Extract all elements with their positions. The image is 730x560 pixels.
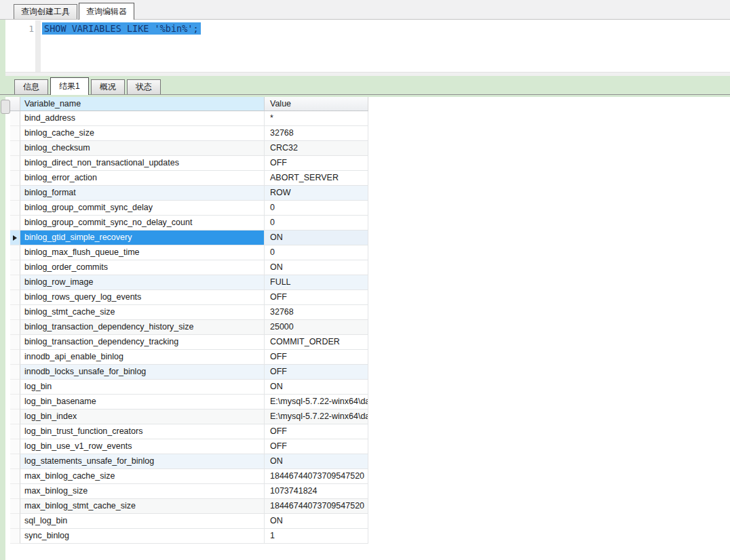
value-cell[interactable]: * <box>265 111 368 126</box>
table-row[interactable]: binlog_transaction_dependency_trackingCO… <box>5 335 368 350</box>
variable-name-cell[interactable]: bind_address <box>20 111 265 126</box>
editor-tab-0[interactable]: 查询创建工具 <box>14 4 77 19</box>
value-cell[interactable]: ON <box>265 380 368 395</box>
variable-name-cell[interactable]: sync_binlog <box>20 529 265 544</box>
table-row[interactable]: sync_binlog1 <box>5 529 368 544</box>
variable-name-cell[interactable]: binlog_checksum <box>20 141 265 156</box>
value-cell[interactable]: FULL <box>265 275 368 290</box>
value-cell[interactable]: 25000 <box>265 320 368 335</box>
row-selector-cell[interactable] <box>10 439 20 454</box>
row-selector-cell[interactable] <box>10 499 20 514</box>
variable-name-cell[interactable]: binlog_rows_query_log_events <box>20 290 265 305</box>
variable-name-cell[interactable]: log_bin_basename <box>20 395 265 409</box>
table-row[interactable]: max_binlog_size1073741824 <box>5 484 368 499</box>
table-row[interactable]: binlog_gtid_simple_recoveryON <box>5 231 368 245</box>
variable-name-cell[interactable]: binlog_max_flush_queue_time <box>20 245 265 260</box>
row-selector-cell[interactable] <box>10 245 20 260</box>
table-row[interactable]: binlog_group_commit_sync_no_delay_count0 <box>5 216 368 231</box>
variable-name-cell[interactable]: max_binlog_size <box>20 484 265 499</box>
table-row[interactable]: binlog_max_flush_queue_time0 <box>5 245 368 260</box>
value-cell[interactable]: ABORT_SERVER <box>265 171 368 186</box>
variable-name-cell[interactable]: max_binlog_cache_size <box>20 469 265 484</box>
table-row[interactable]: log_statements_unsafe_for_binlogON <box>5 454 368 469</box>
row-selector-cell[interactable] <box>10 141 20 156</box>
table-row[interactable]: binlog_order_commitsON <box>5 260 368 275</box>
value-cell[interactable]: 1 <box>265 529 368 544</box>
table-row[interactable]: log_bin_basenameE:\mysql-5.7.22-winx64\d… <box>5 395 368 409</box>
variable-name-cell[interactable]: sql_log_bin <box>20 514 265 529</box>
row-selector-cell[interactable] <box>10 201 20 216</box>
table-row[interactable]: innodb_locks_unsafe_for_binlogOFF <box>5 365 368 380</box>
variable-name-cell[interactable]: max_binlog_stmt_cache_size <box>20 499 265 514</box>
value-cell[interactable]: OFF <box>265 424 368 439</box>
value-cell[interactable]: ON <box>265 514 368 529</box>
variable-name-cell[interactable]: binlog_cache_size <box>20 126 265 141</box>
row-selector-cell[interactable] <box>10 350 20 365</box>
variable-name-cell[interactable]: binlog_transaction_dependency_tracking <box>20 335 265 350</box>
editor-tab-1[interactable]: 查询编辑器 <box>79 3 134 20</box>
row-selector-cell[interactable] <box>10 305 20 320</box>
row-selector-cell[interactable] <box>10 514 20 529</box>
value-cell[interactable]: 0 <box>265 201 368 216</box>
row-selector-cell[interactable] <box>10 529 20 544</box>
table-row[interactable]: binlog_transaction_dependency_history_si… <box>5 320 368 335</box>
variable-name-cell[interactable]: binlog_direct_non_transactional_updates <box>20 156 265 171</box>
variable-name-cell[interactable]: log_bin_index <box>20 409 265 424</box>
variable-name-cell[interactable]: binlog_order_commits <box>20 260 265 275</box>
table-row[interactable]: log_binON <box>5 380 368 395</box>
row-selector-cell[interactable] <box>10 380 20 395</box>
column-header-variable-name[interactable]: Variable_name <box>20 97 265 111</box>
variable-name-cell[interactable]: log_bin_use_v1_row_events <box>20 439 265 454</box>
row-selector-cell[interactable] <box>10 111 20 126</box>
row-selector-cell[interactable] <box>10 424 20 439</box>
row-selector-cell[interactable] <box>10 484 20 499</box>
table-row[interactable]: binlog_row_imageFULL <box>5 275 368 290</box>
row-selector-cell[interactable] <box>10 216 20 231</box>
value-cell[interactable]: ON <box>265 231 368 245</box>
table-row[interactable]: binlog_stmt_cache_size32768 <box>5 305 368 320</box>
column-header-value[interactable]: Value <box>265 97 368 111</box>
variable-name-cell[interactable]: binlog_group_commit_sync_delay <box>20 201 265 216</box>
sql-statement-selected[interactable]: SHOW VARIABLES LIKE '%bin%'; <box>42 22 201 35</box>
table-row[interactable]: sql_log_binON <box>5 514 368 529</box>
row-selector-cell[interactable] <box>10 320 20 335</box>
value-cell[interactable]: OFF <box>265 350 368 365</box>
variable-name-cell[interactable]: binlog_gtid_simple_recovery <box>20 231 265 245</box>
table-row[interactable]: binlog_checksumCRC32 <box>5 141 368 156</box>
variable-name-cell[interactable]: binlog_stmt_cache_size <box>20 305 265 320</box>
value-cell[interactable]: 0 <box>265 216 368 231</box>
result-tab-0[interactable]: 信息 <box>14 79 48 94</box>
value-cell[interactable]: ON <box>265 454 368 469</box>
row-selector-cell[interactable] <box>10 365 20 380</box>
value-cell[interactable]: ON <box>265 260 368 275</box>
value-cell[interactable]: ROW <box>265 186 368 201</box>
table-row[interactable]: binlog_error_actionABORT_SERVER <box>5 171 368 186</box>
panel-collapse-handle[interactable] <box>1 100 10 114</box>
value-cell[interactable]: 1073741824 <box>265 484 368 499</box>
row-selector-cell[interactable] <box>10 171 20 186</box>
value-cell[interactable]: E:\mysql-5.7.22-winx64\da <box>265 395 368 409</box>
result-tab-1[interactable]: 结果1 <box>50 77 89 95</box>
value-cell[interactable]: OFF <box>265 290 368 305</box>
variable-name-cell[interactable]: binlog_group_commit_sync_no_delay_count <box>20 216 265 231</box>
row-selector-cell[interactable] <box>10 186 20 201</box>
variable-name-cell[interactable]: binlog_format <box>20 186 265 201</box>
table-row[interactable]: log_bin_indexE:\mysql-5.7.22-winx64\da <box>5 409 368 424</box>
row-selector-cell[interactable] <box>10 469 20 484</box>
value-cell[interactable]: 0 <box>265 245 368 260</box>
row-selector-cell[interactable] <box>10 335 20 350</box>
table-row[interactable]: binlog_direct_non_transactional_updatesO… <box>5 156 368 171</box>
value-cell[interactable]: OFF <box>265 365 368 380</box>
row-selector-cell[interactable] <box>10 409 20 424</box>
value-cell[interactable]: COMMIT_ORDER <box>265 335 368 350</box>
row-selector-cell[interactable] <box>10 275 20 290</box>
result-tab-2[interactable]: 概况 <box>91 79 125 94</box>
value-cell[interactable]: 18446744073709547520 <box>265 499 368 514</box>
value-cell[interactable]: 32768 <box>265 126 368 141</box>
table-row[interactable]: log_bin_use_v1_row_eventsOFF <box>5 439 368 454</box>
value-cell[interactable]: 32768 <box>265 305 368 320</box>
row-selector-cell[interactable] <box>10 126 20 141</box>
variable-name-cell[interactable]: log_bin_trust_function_creators <box>20 424 265 439</box>
value-cell[interactable]: CRC32 <box>265 141 368 156</box>
variable-name-cell[interactable]: innodb_locks_unsafe_for_binlog <box>20 365 265 380</box>
